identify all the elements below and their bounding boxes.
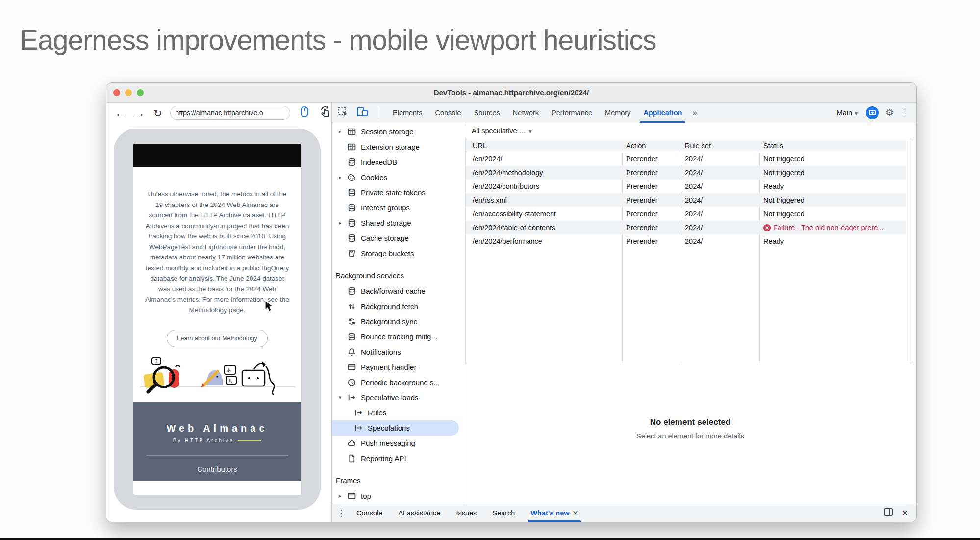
url-cell: /en/2024/ xyxy=(466,152,622,166)
sidebar-item-rules[interactable]: Rules xyxy=(332,405,464,420)
drawer-tab-ai-assistance[interactable]: AI assistance xyxy=(390,504,448,522)
panel-tab-elements[interactable]: Elements xyxy=(386,103,428,123)
panel-tab-console[interactable]: Console xyxy=(428,103,467,123)
panel-tab-sources[interactable]: Sources xyxy=(468,103,506,123)
database-icon xyxy=(347,286,356,296)
screencast-toggle-button[interactable] xyxy=(866,106,879,119)
sidebar-item-interest-groups[interactable]: Interest groups xyxy=(332,200,464,215)
drawer-menu-kebab-icon[interactable]: ⋮ xyxy=(337,508,346,518)
hero-illustration: ? あ ц xyxy=(133,355,301,401)
drawer-tab-what-s-new[interactable]: What's new✕ xyxy=(523,504,586,522)
frame-icon xyxy=(347,491,356,501)
drawer-tab-console[interactable]: Console xyxy=(349,504,390,522)
status-cell: Failure - The old non-eager prere... xyxy=(759,221,906,234)
sidebar-item-label: Session storage xyxy=(361,128,414,136)
sidebar-item-label: IndexedDB xyxy=(361,158,397,166)
sidebar-item-background-sync[interactable]: Background sync xyxy=(332,314,464,329)
more-tabs-button[interactable]: » xyxy=(688,108,701,118)
column-header-action[interactable]: Action xyxy=(622,139,681,152)
table-row[interactable]: /en/2024/performancePrerender2024/Ready xyxy=(466,234,906,248)
action-cell: Prerender xyxy=(622,152,681,166)
svg-text:あ: あ xyxy=(227,367,232,373)
sidebar-item-top[interactable]: ▸top xyxy=(332,489,464,504)
panel-tab-memory[interactable]: Memory xyxy=(599,103,637,123)
contributors-link[interactable]: Contributors xyxy=(133,465,301,473)
page-footer: Web Almanac By HTTP Archive Contributors xyxy=(133,402,301,481)
sidebar-item-speculative-loads[interactable]: ▾Speculative loads xyxy=(332,390,464,405)
action-cell: Prerender xyxy=(622,180,681,193)
spec-icon xyxy=(353,423,363,433)
sidebar-item-label: Speculative loads xyxy=(361,393,419,402)
column-header-rule-set[interactable]: Rule set xyxy=(681,139,759,152)
table-scrollbar[interactable] xyxy=(906,139,912,363)
sidebar-item-session-storage[interactable]: ▸Session storage xyxy=(332,124,464,139)
status-cell: Not triggered xyxy=(759,207,906,221)
clock-icon xyxy=(347,378,356,387)
sidebar-item-reporting-api[interactable]: Reporting API xyxy=(332,451,464,466)
context-selector[interactable]: Main ▼ xyxy=(837,109,859,117)
sidebar-item-private-state-tokens[interactable]: Private state tokens xyxy=(332,185,464,200)
drawer-tab-search[interactable]: Search xyxy=(484,504,523,522)
table-row[interactable]: /en/2024/Prerender2024/Not triggered xyxy=(466,152,906,166)
close-tab-icon[interactable]: ✕ xyxy=(573,509,578,517)
table-row[interactable]: /en/2024/methodologyPrerender2024/Not tr… xyxy=(466,166,906,180)
panel-tab-performance[interactable]: Performance xyxy=(545,103,599,123)
devtools-menu-kebab-icon[interactable]: ⋮ xyxy=(901,107,909,118)
expand-arrow-icon[interactable]: ▸ xyxy=(339,174,347,180)
close-drawer-icon[interactable]: ✕ xyxy=(902,508,908,518)
drawer-tab-issues[interactable]: Issues xyxy=(448,504,484,522)
expand-arrow-icon[interactable]: ▸ xyxy=(339,493,347,499)
expand-arrow-icon[interactable]: ▾ xyxy=(339,394,347,401)
sidebar-item-push-messaging[interactable]: Push messaging xyxy=(332,436,464,451)
sidebar-item-cache-storage[interactable]: Cache storage xyxy=(332,231,464,246)
sidebar-item-label: top xyxy=(361,492,371,500)
bell-icon xyxy=(347,347,356,357)
card-icon xyxy=(347,362,356,372)
settings-gear-icon[interactable]: ⚙ xyxy=(885,107,894,118)
sidebar-item-shared-storage[interactable]: ▸Shared storage xyxy=(332,215,464,231)
refresh-button[interactable]: ↻ xyxy=(153,108,162,118)
sidebar-item-speculations[interactable]: Speculations xyxy=(332,420,459,436)
table-row[interactable]: /en/2024/table-of-contentsPrerender2024/… xyxy=(466,221,906,234)
mouse-icon[interactable] xyxy=(300,106,309,120)
sidebar-item-payment-handler[interactable]: Payment handler xyxy=(332,360,464,375)
column-header-url[interactable]: URL xyxy=(466,139,622,152)
sidebar-item-bounce-tracking-mitig-[interactable]: Bounce tracking mitig... xyxy=(332,329,464,344)
rule-set-cell: 2024/ xyxy=(681,166,759,180)
sidebar-item-cookies[interactable]: ▸Cookies xyxy=(332,170,464,185)
column-header-status[interactable]: Status xyxy=(759,139,906,152)
sidebar-item-label: Cache storage xyxy=(361,234,409,242)
url-input[interactable]: https://almanac.httparchive.o xyxy=(170,106,290,120)
table-row[interactable]: /en/2024/contributorsPrerender2024/Ready xyxy=(466,180,906,193)
sidebar-item-extension-storage[interactable]: Extension storage xyxy=(332,139,464,154)
methodology-button[interactable]: Learn about our Methodology xyxy=(167,330,268,347)
inspect-icon[interactable] xyxy=(338,106,349,119)
sidebar-item-background-fetch[interactable]: Background fetch xyxy=(332,299,464,314)
devtools-tabbar: ElementsConsoleSourcesNetworkPerformance… xyxy=(331,103,916,123)
sidebar-item-storage-buckets[interactable]: Storage buckets xyxy=(332,246,464,261)
sidebar-section-background-services: Background services xyxy=(332,267,464,283)
expand-arrow-icon[interactable]: ▸ xyxy=(339,220,347,226)
table-row[interactable]: /en/rss.xmlPrerender2024/Not triggered xyxy=(466,193,906,207)
screen-bottom-edge xyxy=(0,538,980,540)
url-cell: /en/2024/table-of-contents xyxy=(466,221,622,234)
speculation-filter-dropdown[interactable]: All speculative ...▼ xyxy=(472,127,533,135)
sidebar-item-periodic-background-s-[interactable]: Periodic background s... xyxy=(332,375,464,390)
touch-gesture-icon[interactable] xyxy=(320,106,330,120)
drawer-tab-label: AI assistance xyxy=(398,509,440,517)
sidebar-item-indexeddb[interactable]: IndexedDB xyxy=(332,154,464,170)
sidebar-item-notifications[interactable]: Notifications xyxy=(332,344,464,360)
sidebar-item-label: Reporting API xyxy=(361,454,406,463)
panel-tab-application[interactable]: Application xyxy=(637,103,688,123)
expand-arrow-icon[interactable]: ▸ xyxy=(339,129,347,135)
table-row[interactable]: /en/accessibility-statementPrerender2024… xyxy=(466,207,906,221)
sidebar-item-back-forward-cache[interactable]: Back/forward cache xyxy=(332,283,464,299)
device-toolbar-icon[interactable] xyxy=(356,106,368,119)
status-text: Failure - The old non-eager prere... xyxy=(773,224,883,231)
panel-tab-network[interactable]: Network xyxy=(506,103,545,123)
back-button[interactable]: ← xyxy=(115,108,126,118)
forward-button[interactable]: → xyxy=(134,108,145,118)
empty-state-title: No element selected xyxy=(464,417,916,427)
dock-side-icon[interactable] xyxy=(884,508,893,518)
sidebar-item-label: Back/forward cache xyxy=(361,287,426,295)
